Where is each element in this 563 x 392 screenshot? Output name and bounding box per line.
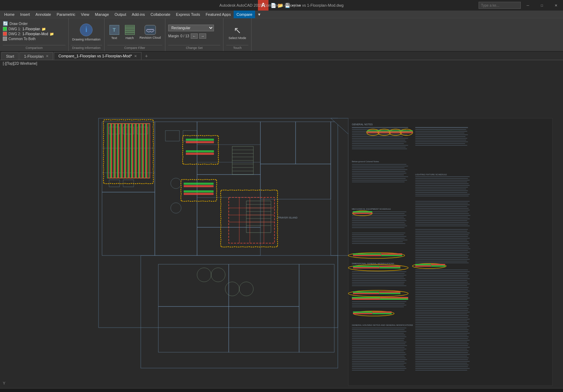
tab-floorplan[interactable]: 1-Floorplan ✕	[19, 52, 53, 60]
svg-rect-208	[415, 204, 470, 205]
svg-rect-114	[415, 187, 468, 188]
svg-rect-282	[415, 333, 470, 334]
menu-extra[interactable]: ▼	[255, 12, 263, 17]
svg-rect-218	[415, 222, 469, 223]
drawing-info-btn[interactable]: i Drawing Information	[71, 20, 102, 45]
svg-rect-209	[415, 206, 467, 207]
svg-rect-181	[352, 328, 406, 328]
svg-rect-334	[184, 190, 214, 192]
svg-rect-254	[415, 284, 470, 284]
svg-rect-168	[380, 297, 408, 298]
menu-view[interactable]: View	[78, 11, 92, 18]
svg-rect-117	[415, 192, 467, 193]
svg-rect-200	[352, 361, 405, 362]
menu-featured[interactable]: Featured Apps	[203, 11, 234, 18]
svg-rect-154	[352, 275, 406, 276]
svg-rect-109	[415, 178, 468, 179]
filter-dropdown[interactable]: Rectangular Polygon Free-form	[168, 25, 214, 31]
svg-rect-101	[352, 173, 406, 173]
svg-rect-240	[415, 254, 467, 254]
svg-rect-185	[352, 335, 405, 335]
svg-rect-286	[415, 340, 470, 341]
svg-rect-186	[352, 336, 406, 337]
svg-rect-64	[352, 136, 403, 137]
tab-add-btn[interactable]: +	[142, 52, 151, 60]
svg-rect-160	[352, 285, 406, 286]
svg-rect-190	[352, 343, 405, 344]
svg-rect-143	[381, 253, 402, 255]
draw-order-btn[interactable]: 🔄 Draw Order	[3, 21, 65, 26]
drawing-info-label: Drawing Information	[72, 38, 101, 42]
margin-value: 0 / 13	[181, 34, 189, 38]
svg-rect-187	[352, 338, 405, 339]
ribbon: 🔄 Draw Order DWG 1: 1-Floorplan 📁 DWG 2:…	[0, 18, 563, 52]
minimize-btn[interactable]: ─	[521, 0, 535, 11]
close-btn[interactable]: ✕	[549, 0, 563, 11]
svg-rect-239	[415, 252, 470, 253]
hatch-btn[interactable]: Hatch	[123, 22, 137, 43]
tab-compare-close[interactable]: ✕	[134, 54, 137, 58]
svg-rect-210	[415, 208, 469, 209]
svg-rect-294	[415, 354, 470, 355]
menu-annotate[interactable]: Annotate	[33, 11, 54, 18]
menu-parametric[interactable]: Parametric	[54, 11, 78, 18]
nav-next-btn[interactable]: →	[199, 33, 206, 39]
svg-rect-113	[415, 185, 470, 186]
svg-rect-271	[415, 314, 467, 314]
svg-rect-136	[352, 236, 406, 237]
svg-rect-94	[415, 145, 467, 146]
select-mode-label: Select Mode	[229, 37, 246, 40]
dwg2-label: DWG 2:	[8, 32, 21, 36]
svg-rect-236	[415, 247, 469, 247]
dwg2-folder[interactable]: 📁	[50, 32, 54, 36]
menu-collaborate[interactable]: Collaborate	[148, 11, 173, 18]
select-mode-btn[interactable]: ↖ Select Mode	[227, 22, 248, 43]
svg-rect-130	[352, 227, 405, 228]
dwg1-folder[interactable]: 📁	[42, 27, 46, 31]
svg-rect-293	[415, 352, 468, 353]
menu-manage[interactable]: Manage	[92, 11, 112, 18]
select-mode-section: ↖ Select Mode Touch	[223, 18, 252, 51]
svg-rect-195	[352, 352, 405, 353]
comparison-section-title: Comparison	[3, 45, 65, 50]
text-label: Text	[111, 36, 117, 40]
svg-rect-262	[415, 298, 470, 298]
revision-cloud-btn[interactable]: Revision Cloud	[138, 22, 163, 43]
svg-rect-153	[352, 273, 405, 274]
nav-prev-btn[interactable]: ←	[191, 33, 198, 39]
svg-rect-301	[415, 366, 468, 367]
maximize-btn[interactable]: □	[535, 0, 549, 11]
svg-rect-191	[352, 345, 407, 346]
search-input[interactable]	[479, 2, 521, 9]
menu-home[interactable]: Home	[1, 11, 17, 18]
svg-rect-330	[186, 150, 214, 152]
tab-floorplan-close[interactable]: ✕	[46, 54, 49, 58]
svg-rect-226	[415, 229, 468, 230]
svg-rect-232	[415, 240, 467, 240]
menu-express[interactable]: Express Tools	[173, 11, 203, 18]
svg-rect-233	[415, 241, 469, 242]
svg-rect-193	[352, 349, 406, 349]
tab-compare[interactable]: Compare_1-Floorplan vs 1-Floorplan-Mod* …	[54, 52, 141, 60]
svg-rect-145	[381, 255, 402, 256]
svg-rect-68	[352, 143, 404, 144]
svg-rect-229	[415, 234, 469, 235]
svg-rect-183	[352, 331, 406, 332]
svg-rect-223	[431, 264, 445, 265]
svg-rect-159	[352, 284, 404, 284]
svg-rect-291	[415, 349, 467, 349]
tab-start[interactable]: Start	[1, 52, 19, 60]
svg-rect-333	[184, 185, 214, 187]
menu-addins[interactable]: Add-ins	[129, 11, 148, 18]
text-btn[interactable]: T Text	[107, 22, 121, 43]
dwg2-name[interactable]: 1-Floorplan-Mod	[23, 32, 48, 36]
cad-drawing: GENERAL NOTES	[0, 60, 563, 392]
menu-insert[interactable]: Insert	[17, 11, 33, 18]
svg-rect-118	[415, 194, 470, 195]
svg-rect-148	[353, 266, 379, 267]
menu-output[interactable]: Output	[112, 11, 129, 18]
dwg1-name[interactable]: 1-Floorplan	[23, 27, 40, 31]
svg-rect-126	[352, 220, 406, 221]
svg-rect-97	[352, 166, 408, 166]
menu-compare[interactable]: Compare	[234, 11, 255, 18]
